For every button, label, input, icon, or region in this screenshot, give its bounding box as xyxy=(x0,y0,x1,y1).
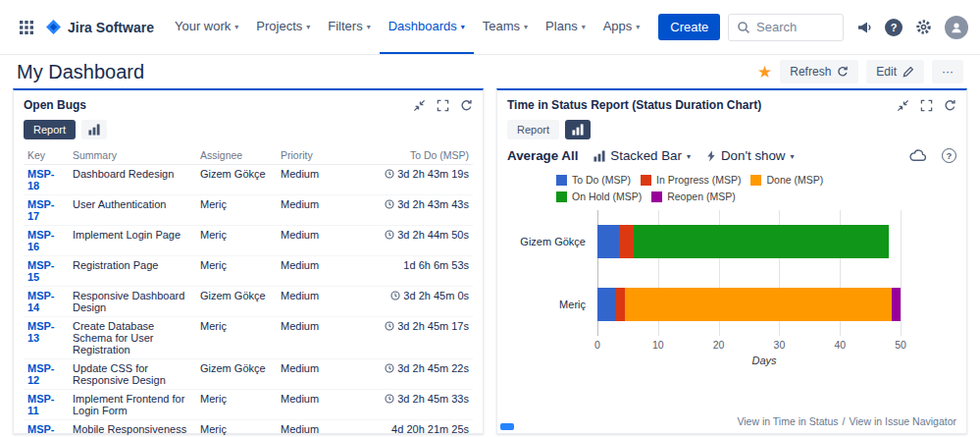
refresh-gadget-icon[interactable] xyxy=(460,99,473,112)
timer-icon xyxy=(385,230,394,240)
issue-row: MSP-14Responsive Dashboard DesignGizem G… xyxy=(24,287,473,317)
legend-item[interactable]: In Progress (MSP) xyxy=(641,174,741,186)
dashboard-gadgets: Open Bugs Report Key Summary Assignee Pr… xyxy=(0,88,980,434)
issue-key-link[interactable]: MSP-13 xyxy=(27,320,55,344)
search-box[interactable] xyxy=(728,14,844,41)
nav-item-teams[interactable]: Teams▾ xyxy=(474,0,537,54)
x-tick-label: 20 xyxy=(713,339,725,351)
create-button[interactable]: Create xyxy=(658,14,720,40)
search-icon xyxy=(737,21,750,34)
x-tick-label: 50 xyxy=(895,339,906,351)
issue-time: 3d 2h 45m 17s xyxy=(337,317,473,359)
announcement-icon[interactable] xyxy=(856,20,872,35)
bar-segment[interactable] xyxy=(892,288,901,321)
issue-summary: Dashboard Redesign xyxy=(69,165,196,195)
export-cloud-icon[interactable] xyxy=(909,149,926,162)
favorite-star-icon[interactable]: ★ xyxy=(757,64,772,81)
app-name: Jira Software xyxy=(68,20,154,35)
settings-gear-icon[interactable] xyxy=(915,19,932,35)
average-all-button[interactable]: Average All xyxy=(507,148,578,163)
issue-key-link[interactable]: MSP-15 xyxy=(27,259,55,283)
issue-key-link[interactable]: MSP-18 xyxy=(27,168,55,191)
chevron-down-icon: ▾ xyxy=(234,23,238,31)
legend-swatch xyxy=(556,175,567,186)
nav-item-projects[interactable]: Projects▾ xyxy=(247,0,319,54)
horizontal-scrollbar-thumb[interactable] xyxy=(500,423,514,430)
issue-key-link[interactable]: MSP-16 xyxy=(27,229,55,252)
estimates-dropdown[interactable]: Don't show ▾ xyxy=(706,148,795,163)
nav-item-plans[interactable]: Plans▾ xyxy=(537,0,594,54)
issue-assignee: Meriç xyxy=(196,195,277,226)
issue-key-link[interactable]: MSP-14 xyxy=(27,290,55,313)
bar-segment[interactable] xyxy=(597,288,616,321)
tab-chart-icon[interactable] xyxy=(565,120,591,139)
chevron-down-icon: ▾ xyxy=(524,23,528,31)
issue-assignee: Meriç xyxy=(196,390,277,420)
maximize-icon[interactable] xyxy=(920,99,933,112)
view-in-time-in-status-link[interactable]: View in Time in Status xyxy=(737,415,838,427)
bar-segment[interactable] xyxy=(625,288,892,321)
issue-row: MSP-16Implement Login PageMeriçMedium3d … xyxy=(24,226,473,256)
issue-summary: Mobile Responsiveness xyxy=(69,420,196,437)
issue-priority: Medium xyxy=(277,256,337,287)
issue-summary: Implement Login Page xyxy=(69,226,196,256)
collapse-icon[interactable] xyxy=(413,99,426,112)
issue-row: MSP-17User AuthenticationMeriçMedium3d 2… xyxy=(24,195,473,226)
legend-item[interactable]: To Do (MSP) xyxy=(556,174,631,186)
bar-segment[interactable] xyxy=(616,288,625,321)
view-in-issue-navigator-link[interactable]: View in Issue Navigator xyxy=(849,415,956,427)
maximize-icon[interactable] xyxy=(437,99,449,112)
chart-type-dropdown[interactable]: Stacked Bar ▾ xyxy=(593,148,691,163)
bar-row: Gizem Gökçe xyxy=(597,210,931,273)
refresh-gadget-icon[interactable] xyxy=(944,99,956,112)
legend-item[interactable]: On Hold (MSP) xyxy=(556,191,642,202)
legend-swatch xyxy=(641,175,651,186)
bar-segment[interactable] xyxy=(597,225,619,258)
issue-summary: Implement Frontend for Login Form xyxy=(69,390,196,420)
more-actions-button[interactable]: ··· xyxy=(932,60,963,83)
issue-key-link[interactable]: MSP-12 xyxy=(27,362,55,386)
collapse-icon[interactable] xyxy=(897,99,909,112)
help-icon[interactable]: ? xyxy=(885,19,903,36)
issue-key-link[interactable]: MSP-17 xyxy=(27,198,55,222)
x-tick-label: 0 xyxy=(594,339,600,351)
issue-priority: Medium xyxy=(277,359,337,390)
legend-item[interactable]: Done (MSP) xyxy=(750,174,823,186)
issue-assignee: Meriç xyxy=(196,256,277,287)
refresh-button[interactable]: Refresh xyxy=(780,60,858,83)
legend-item[interactable]: Reopen (MSP) xyxy=(651,191,735,202)
column-header-todo: To Do (MSP) xyxy=(337,146,473,165)
nav-item-filters[interactable]: Filters▾ xyxy=(319,0,379,54)
jira-logo[interactable]: Jira Software xyxy=(43,0,164,54)
user-avatar[interactable] xyxy=(945,16,968,39)
chevron-down-icon: ▾ xyxy=(791,152,795,161)
table-header-row: Key Summary Assignee Priority To Do (MSP… xyxy=(24,146,473,165)
issue-priority: Medium xyxy=(277,420,337,437)
column-header-assignee: Assignee xyxy=(196,146,277,165)
chevron-down-icon: ▾ xyxy=(582,23,586,31)
app-switcher-icon[interactable] xyxy=(12,0,41,54)
edit-button[interactable]: Edit xyxy=(866,60,924,83)
search-input[interactable] xyxy=(756,20,835,34)
tab-report[interactable]: Report xyxy=(24,120,76,139)
legend-swatch xyxy=(651,191,662,202)
tab-chart-icon[interactable] xyxy=(81,120,107,139)
nav-item-your-work[interactable]: Your work▾ xyxy=(166,0,247,54)
issue-key-link[interactable]: MSP-10 xyxy=(27,423,55,437)
gadget-help-icon[interactable]: ? xyxy=(942,148,956,163)
issue-key-link[interactable]: MSP-11 xyxy=(27,393,55,416)
column-header-key: Key xyxy=(24,146,69,165)
bar-segment[interactable] xyxy=(619,225,634,258)
stacked-bar-icon xyxy=(593,150,605,162)
issue-priority: Medium xyxy=(277,195,337,226)
bar-row: Meriç xyxy=(597,273,931,336)
chart-legend: To Do (MSP)In Progress (MSP)Done (MSP)On… xyxy=(556,174,907,202)
tab-report[interactable]: Report xyxy=(507,120,559,139)
issue-time: 1d 6h 6m 53s xyxy=(337,256,473,287)
category-label: Meriç xyxy=(559,299,586,310)
bar-segment[interactable] xyxy=(634,225,889,258)
timer-icon xyxy=(385,394,394,404)
nav-item-apps[interactable]: Apps▾ xyxy=(594,0,649,54)
timer-icon xyxy=(385,169,394,179)
nav-item-dashboards[interactable]: Dashboards▾ xyxy=(380,0,474,54)
